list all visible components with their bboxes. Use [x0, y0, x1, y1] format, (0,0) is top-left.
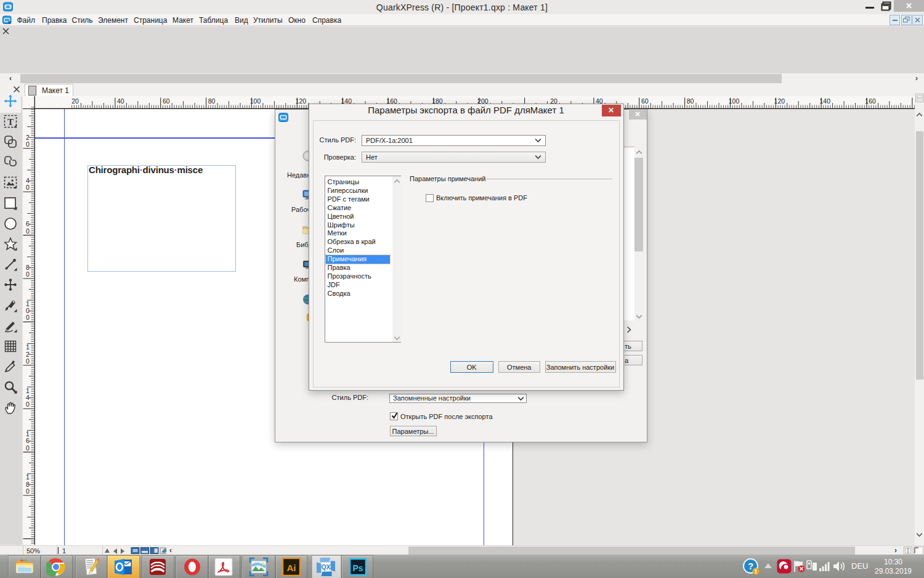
- svg-text:60: 60: [641, 97, 649, 105]
- svg-text:120: 120: [774, 97, 785, 105]
- svg-text:100: 100: [250, 97, 261, 105]
- svg-text:?: ?: [748, 561, 753, 571]
- svg-text:4: 4: [26, 177, 30, 184]
- svg-text:0: 0: [26, 314, 30, 321]
- svg-text:QX: QX: [321, 563, 330, 571]
- svg-text:20: 20: [71, 97, 79, 105]
- svg-text:1: 1: [26, 430, 30, 438]
- svg-text:0: 0: [26, 227, 30, 235]
- svg-text:0: 0: [26, 271, 30, 278]
- svg-text:T: T: [7, 116, 14, 126]
- svg-text:8: 8: [26, 264, 30, 271]
- svg-text:60: 60: [163, 97, 170, 105]
- svg-text:160: 160: [865, 97, 876, 105]
- svg-text:1: 1: [26, 387, 30, 394]
- svg-text:0: 0: [26, 184, 30, 191]
- svg-text:40: 40: [117, 97, 124, 105]
- svg-text:0: 0: [26, 140, 30, 148]
- svg-text:1: 1: [26, 343, 30, 351]
- svg-text:0: 0: [26, 357, 30, 365]
- svg-text:4: 4: [26, 394, 30, 401]
- svg-text:80: 80: [687, 97, 694, 105]
- svg-text:100: 100: [729, 97, 740, 105]
- svg-text:Ps: Ps: [352, 563, 363, 573]
- svg-text:0: 0: [26, 401, 30, 408]
- svg-text:80: 80: [208, 97, 216, 105]
- svg-text:120: 120: [296, 97, 307, 105]
- svg-text:1: 1: [26, 473, 30, 481]
- svg-text:Ai: Ai: [287, 563, 296, 573]
- svg-text:2: 2: [26, 351, 30, 358]
- svg-text:6: 6: [26, 220, 30, 227]
- svg-text:8: 8: [26, 481, 30, 488]
- svg-text:2: 2: [26, 134, 30, 141]
- svg-text:140: 140: [819, 97, 830, 105]
- svg-text:0: 0: [26, 487, 30, 495]
- svg-text:6: 6: [26, 437, 30, 444]
- svg-text:0: 0: [26, 444, 30, 452]
- svg-text:1: 1: [26, 300, 30, 307]
- svg-text:0: 0: [26, 307, 30, 314]
